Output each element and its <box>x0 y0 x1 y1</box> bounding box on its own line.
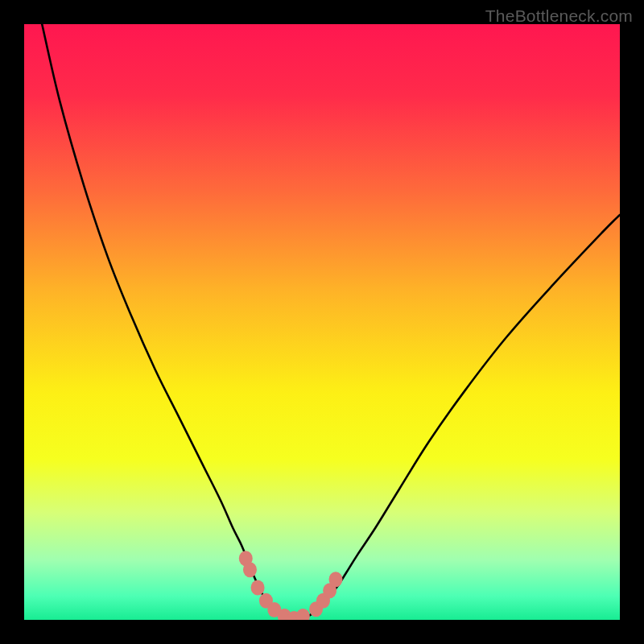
plot-area <box>24 24 620 620</box>
marker-dot <box>251 580 265 596</box>
marker-dot <box>329 572 343 587</box>
curve-left-branch <box>42 24 298 620</box>
watermark-text: TheBottleneck.com <box>485 6 633 26</box>
marker-dot <box>296 609 310 620</box>
curve-right-branch <box>298 215 620 620</box>
curves-layer <box>24 24 620 620</box>
marker-dot <box>243 562 257 577</box>
highlight-markers <box>239 551 343 620</box>
